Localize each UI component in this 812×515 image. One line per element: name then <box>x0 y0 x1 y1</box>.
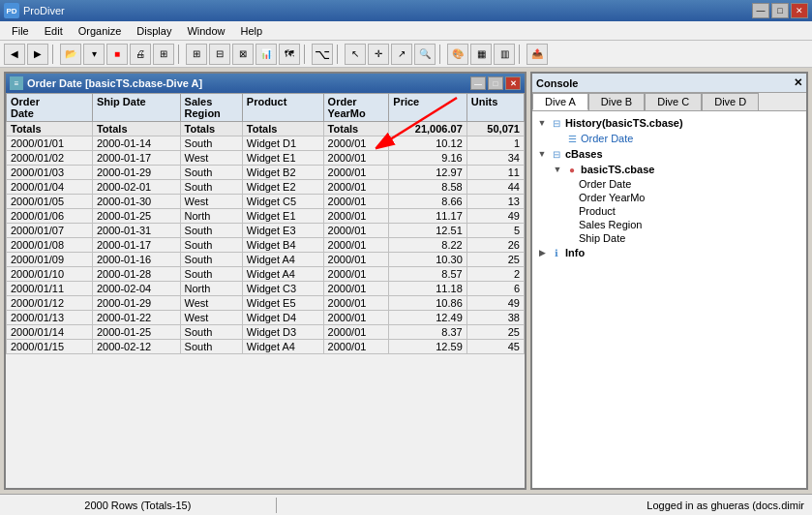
tree-toggle-order-date <box>552 133 563 144</box>
table-row[interactable]: 2000/01/102000-01-28SouthWidget A42000/0… <box>7 267 525 282</box>
menu-help[interactable]: Help <box>233 23 271 39</box>
tab-dive-b[interactable]: Dive B <box>588 93 645 110</box>
table-row[interactable]: 2000/01/092000-01-16SouthWidget A42000/0… <box>7 253 525 267</box>
tree-toggle-cbases[interactable]: ▼ <box>536 148 548 160</box>
print-button[interactable]: 🖨 <box>130 44 151 65</box>
table-row[interactable]: 2000/01/012000-01-14SouthWidget D12000/0… <box>7 136 525 151</box>
tree-toggle-basicts[interactable]: ▼ <box>552 164 563 175</box>
doc-close[interactable]: ✕ <box>505 76 521 90</box>
back-button[interactable]: ◀ <box>4 44 25 65</box>
cell-order_date: 2000/01/09 <box>7 253 93 267</box>
tree-basicts-item[interactable]: ▼ ● basicTS.cbase <box>552 162 802 177</box>
map-button[interactable]: 🗺 <box>279 44 300 65</box>
menu-display[interactable]: Display <box>129 23 179 39</box>
tree-history-item[interactable]: ▼ ⊟ History(basicTS.cbase) <box>536 115 802 131</box>
table-scroll[interactable]: OrderDate Ship Date SalesRegion Product … <box>6 93 525 488</box>
open-dropdown[interactable]: ▾ <box>83 44 105 65</box>
tree-field-item[interactable]: Product <box>567 204 802 218</box>
toolbar: ◀ ▶ 📂 ▾ ■ 🖨 ⊞ ⊞ ⊟ ⊠ 📊 🗺 ⌥ ↖ ✛ ↗ 🔍 🎨 ▦ ▥ … <box>0 41 812 68</box>
table-row[interactable]: 2000/01/042000-02-01SouthWidget E22000/0… <box>7 180 525 195</box>
field-label: Ship Date <box>579 232 625 244</box>
cell-product: Widget E1 <box>242 151 323 166</box>
table-row[interactable]: 2000/01/072000-01-31SouthWidget E32000/0… <box>7 224 525 238</box>
minimize-button[interactable]: — <box>752 3 769 18</box>
console-close-icon[interactable]: ✕ <box>794 76 802 89</box>
table-row[interactable]: 2000/01/132000-01-22WestWidget D42000/01… <box>7 311 525 325</box>
cell-ship_date: 2000-01-22 <box>92 311 180 325</box>
doc-minimize[interactable]: — <box>470 76 486 90</box>
open-button[interactable]: 📂 <box>60 44 81 65</box>
grid3-button[interactable]: ⊠ <box>232 44 254 65</box>
close-button[interactable]: ✕ <box>791 3 808 18</box>
tree-order-date-item[interactable]: ☰ Order Date <box>552 131 802 146</box>
history-children: ☰ Order Date <box>536 131 802 146</box>
tree-field-item[interactable]: Order Date <box>567 177 802 191</box>
cbases-icon: ⊟ <box>550 147 563 161</box>
cell-product: Widget D1 <box>242 136 323 151</box>
cell-order_date: 2000/01/02 <box>7 151 93 166</box>
tab-dive-a[interactable]: Dive A <box>532 93 588 110</box>
zoom-button[interactable]: 🔍 <box>414 44 436 65</box>
table-row[interactable]: 2000/01/122000-01-29WestWidget E52000/01… <box>7 296 525 311</box>
theme-button[interactable]: ▥ <box>494 44 515 65</box>
cell-ship_date: 2000-01-28 <box>92 267 180 282</box>
cell-order_yearmo: 2000/01 <box>323 209 389 224</box>
tree-cbases-item[interactable]: ▼ ⊟ cBases <box>536 146 802 162</box>
cell-ship_date: 2000-01-31 <box>92 224 180 238</box>
grid2-button[interactable]: ⊟ <box>209 44 230 65</box>
cell-product: Widget E5 <box>242 296 323 311</box>
menu-file[interactable]: File <box>4 23 37 39</box>
cell-sales_region: South <box>180 180 242 195</box>
menu-edit[interactable]: Edit <box>37 23 71 39</box>
arrow-button[interactable]: ↗ <box>391 44 412 65</box>
tree-toggle-info[interactable]: ▶ <box>536 247 548 258</box>
table-row[interactable]: 2000/01/152000-02-12SouthWidget A42000/0… <box>7 340 525 354</box>
menu-window[interactable]: Window <box>179 23 232 39</box>
cell-order_date: 2000/01/07 <box>7 224 93 238</box>
field-label: Order YearMo <box>579 192 645 203</box>
toolbar-separator-6 <box>519 45 523 64</box>
print2-button[interactable]: ⊞ <box>153 44 174 65</box>
cell-units: 38 <box>466 311 524 325</box>
cell-sales_region: South <box>180 267 242 282</box>
cell-product: Widget E1 <box>242 209 323 224</box>
export-button[interactable]: 📤 <box>526 44 548 65</box>
tab-dive-d[interactable]: Dive D <box>702 93 759 110</box>
select-button[interactable]: ↖ <box>345 44 366 65</box>
tab-dive-c[interactable]: Dive C <box>645 93 702 110</box>
console-panel: Console ✕ Dive A Dive B Dive C Dive D ▼ … <box>530 72 808 490</box>
table-row[interactable]: 2000/01/082000-01-17SouthWidget B42000/0… <box>7 238 525 253</box>
cell-price: 10.30 <box>389 253 466 267</box>
doc-maximize[interactable]: □ <box>488 76 503 90</box>
dive-button[interactable]: ⌥ <box>312 44 333 65</box>
palette-button[interactable]: ▦ <box>470 44 492 65</box>
menu-organize[interactable]: Organize <box>71 23 130 39</box>
tree-toggle-field <box>567 219 579 230</box>
totals-cell-product: Totals <box>242 122 323 136</box>
tree-toggle-history[interactable]: ▼ <box>536 117 548 129</box>
status-login: Logged in as ghueras (docs.dimir <box>285 500 804 511</box>
cross-button[interactable]: ✛ <box>368 44 389 65</box>
table-row[interactable]: 2000/01/142000-01-25SouthWidget D32000/0… <box>7 325 525 340</box>
table-row[interactable]: 2000/01/062000-01-25NorthWidget E12000/0… <box>7 209 525 224</box>
stop-button[interactable]: ■ <box>106 44 128 65</box>
tree-field-item[interactable]: Order YearMo <box>567 191 802 204</box>
tree-field-item[interactable]: Ship Date <box>567 231 802 245</box>
color-button[interactable]: 🎨 <box>447 44 468 65</box>
forward-button[interactable]: ▶ <box>27 44 48 65</box>
cell-price: 10.86 <box>389 296 466 311</box>
cell-sales_region: South <box>180 238 242 253</box>
chart-button[interactable]: 📊 <box>256 44 277 65</box>
maximize-button[interactable]: □ <box>771 3 789 18</box>
cell-sales_region: South <box>180 253 242 267</box>
tree-field-item[interactable]: Sales Region <box>567 218 802 231</box>
table-row[interactable]: 2000/01/022000-01-17WestWidget E12000/01… <box>7 151 525 166</box>
console-tabs: Dive A Dive B Dive C Dive D <box>532 93 806 111</box>
table-row[interactable]: 2000/01/032000-01-29SouthWidget B22000/0… <box>7 166 525 180</box>
cell-order_date: 2000/01/06 <box>7 209 93 224</box>
grid-button[interactable]: ⊞ <box>186 44 207 65</box>
table-row[interactable]: 2000/01/052000-01-30WestWidget C52000/01… <box>7 195 525 209</box>
table-row[interactable]: 2000/01/112000-02-04NorthWidget C32000/0… <box>7 282 525 296</box>
tree-info-item[interactable]: ▶ ℹ Info <box>536 245 802 260</box>
cell-ship_date: 2000-01-25 <box>92 325 180 340</box>
